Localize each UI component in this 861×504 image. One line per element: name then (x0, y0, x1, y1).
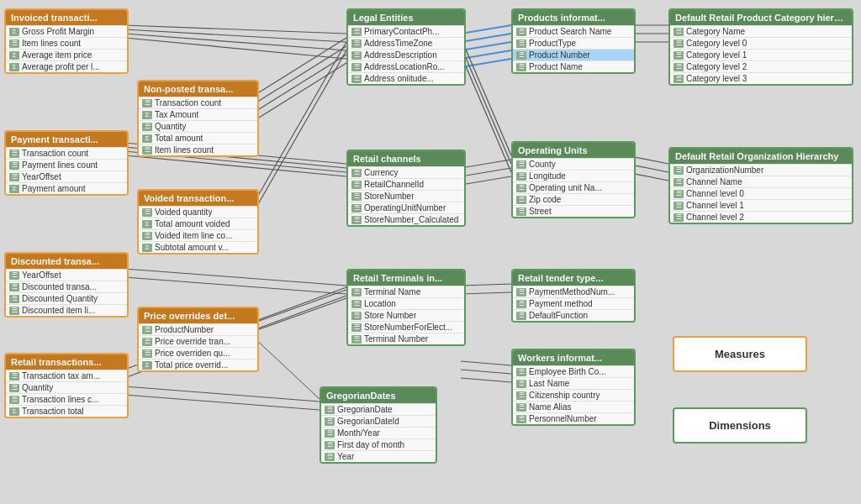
table-row: ☰Address oniitude... (348, 72, 464, 84)
field-icon: ☰ (351, 39, 362, 48)
table-row: ☰Terminal Name (348, 286, 464, 297)
table-row: ☰Channel level 1 (670, 199, 852, 211)
retail-terminals-table[interactable]: Retail Terminals in... ☰Terminal Name ☰L… (346, 269, 466, 346)
field-icon: ☰ (516, 391, 526, 400)
field-icon: ☰ (351, 51, 362, 60)
field-icon: ☰ (142, 349, 152, 358)
field-icon: ☰ (673, 28, 684, 36)
invoiced-table[interactable]: Invoiced transacti... ΣGross Profit Marg… (4, 8, 129, 74)
field-icon: ☰ (351, 28, 362, 36)
default-retail-category-table[interactable]: Default Retail Product Category hierarch… (668, 8, 853, 86)
diagram-container: Invoiced transacti... ΣGross Profit Marg… (0, 0, 861, 504)
table-row: ☰Citizenship country (513, 389, 634, 401)
field-icon: ☰ (351, 335, 362, 344)
field-icon: ☰ (673, 75, 684, 83)
table-row: ☰Channel level 2 (670, 211, 852, 223)
svg-line-15 (252, 298, 346, 332)
products-header: Products informat... (513, 10, 634, 25)
field-icon: ☰ (142, 146, 152, 155)
retail-channels-header: Retail channels (348, 151, 464, 166)
svg-line-25 (461, 168, 511, 176)
svg-line-2 (124, 34, 346, 50)
table-row: ☰Category level 2 (670, 60, 852, 72)
svg-line-22 (461, 46, 511, 164)
payment-table[interactable]: Payment transacti... ☰Transaction count … (4, 130, 129, 196)
discounted-header: Discounted transa... (6, 254, 127, 269)
field-icon: ☰ (9, 384, 19, 392)
svg-line-42 (461, 361, 511, 365)
svg-line-3 (124, 38, 346, 59)
default-retail-category-header: Default Retail Product Category hierarch… (670, 10, 852, 25)
field-icon: ☰ (9, 150, 19, 158)
field-icon: ☰ (142, 99, 152, 108)
operating-units-table[interactable]: Operating Units ☰County ☰Longitude ☰Oper… (511, 141, 636, 218)
field-icon: ☰ (351, 181, 362, 189)
table-row: ☰Transaction lines c... (6, 393, 127, 405)
field-icon: ☰ (673, 190, 684, 198)
table-row: ☰Employee Birth Co... (513, 365, 634, 377)
field-icon: ☰ (9, 161, 19, 170)
table-row: ☰Channel Name (670, 176, 852, 187)
svg-line-23 (461, 55, 511, 172)
non-posted-header: Non-posted transa... (139, 81, 257, 97)
table-row: ☰Product Name (513, 60, 634, 72)
field-icon: Σ (142, 134, 152, 143)
retail-transactions-table[interactable]: Retail transactions... ☰Transaction tax … (4, 353, 129, 418)
gregorian-dates-table[interactable]: GregorianDates ☰GregorianDate ☰Gregorian… (320, 386, 437, 464)
field-icon: Σ (142, 220, 152, 228)
discounted-table[interactable]: Discounted transa... ☰YearOffset ☰Discou… (4, 252, 129, 318)
table-row: ☰Terminal Number (348, 333, 464, 344)
non-posted-table[interactable]: Non-posted transa... ☰Transaction count … (137, 80, 259, 157)
field-icon: Σ (142, 361, 152, 370)
field-icon: ☰ (351, 169, 362, 177)
table-row: ☰Price overriden qu... (139, 347, 257, 359)
table-row: ☰Quantity (139, 120, 257, 132)
voided-table[interactable]: Voided transaction... ☰Voided quantity Σ… (137, 189, 259, 255)
table-row: ☰GregorianDateId (321, 415, 436, 427)
legend-measures: Measures (673, 336, 807, 372)
table-row: ☰Voided item line co... (139, 229, 257, 241)
table-row: ☰Quantity (6, 381, 127, 393)
table-row: ☰ProductType (513, 37, 634, 49)
workers-header: Workers informat... (513, 350, 634, 365)
table-row: ☰OrganizationNumber (670, 164, 852, 176)
field-icon: Σ (9, 28, 19, 36)
table-row: ☰Transaction tax am... (6, 370, 127, 381)
table-row: ☰Street (513, 205, 634, 217)
retail-terminals-header: Retail Terminals in... (348, 270, 464, 286)
legend-dimensions-label: Dimensions (709, 419, 771, 432)
price-overrides-table[interactable]: Price overrides det... ☰ProductNumber ☰P… (137, 307, 259, 372)
field-icon: ☰ (351, 63, 362, 71)
table-row: ☰Product Search Name (513, 25, 634, 37)
table-row: ☰DefaultFunction (513, 309, 634, 321)
table-row: ☰YearOffset (6, 171, 127, 182)
svg-line-17 (461, 34, 511, 42)
voided-header: Voided transaction... (139, 191, 257, 206)
svg-line-19 (461, 50, 511, 59)
table-row: ☰RetailChannelId (348, 178, 464, 190)
workers-table[interactable]: Workers informat... ☰Employee Birth Co..… (511, 349, 636, 426)
table-row: ☰StoreNumberForElect... (348, 321, 464, 333)
products-table[interactable]: Products informat... ☰Product Search Nam… (511, 8, 636, 74)
table-row: ΣTotal amount (139, 132, 257, 144)
field-icon: ☰ (351, 216, 362, 224)
svg-line-20 (461, 59, 511, 67)
table-row: ☰Channel level 0 (670, 187, 852, 199)
gregorian-dates-header: GregorianDates (321, 388, 436, 403)
field-icon: ☰ (516, 160, 526, 169)
table-row: ☰Last Name (513, 377, 634, 389)
field-icon: ☰ (142, 232, 152, 240)
table-row-highlighted: ☰Product Number (513, 49, 634, 60)
field-icon: ☰ (516, 368, 526, 376)
table-row: ☰Discounted Quantity (6, 292, 127, 304)
default-retail-org-table[interactable]: Default Retail Organization Hierarchy ☰O… (668, 147, 853, 224)
svg-line-26 (461, 176, 511, 185)
retail-tender-table[interactable]: Retail tender type... ☰PaymentMethodNum.… (511, 269, 636, 323)
retail-channels-table[interactable]: Retail channels ☰Currency ☰RetailChannel… (346, 150, 466, 227)
legal-entities-table[interactable]: Legal Entities ☰PrimaryContactPh... ☰Add… (346, 8, 466, 86)
field-icon: ☰ (9, 372, 19, 381)
field-icon: ☰ (673, 202, 684, 210)
table-row: ΣTransaction total (6, 405, 127, 417)
field-icon: Σ (142, 111, 152, 119)
table-row: ☰Longitude (513, 170, 634, 181)
